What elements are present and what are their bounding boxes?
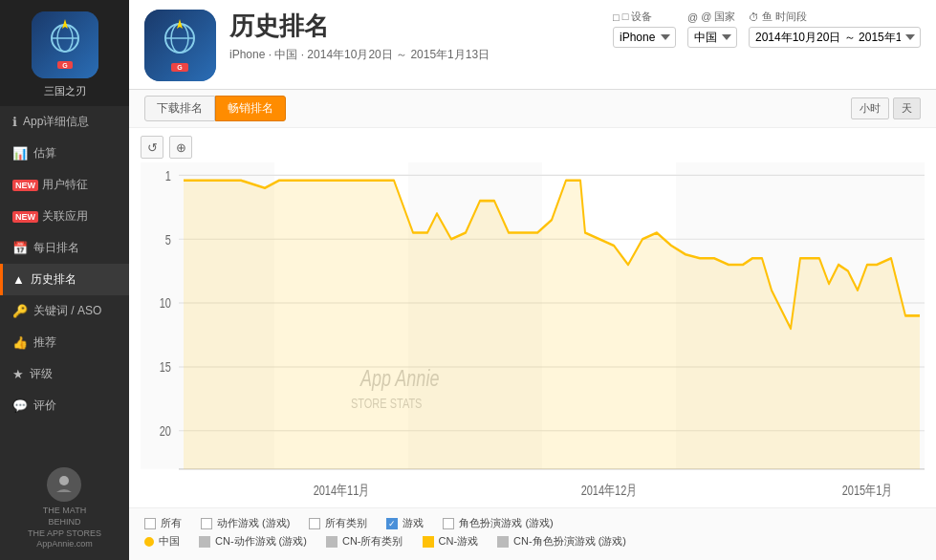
calendar-icon: 📅 (12, 241, 28, 255)
svg-text:G: G (62, 62, 68, 69)
device-control: □ □ 设备 iPhone iPad (613, 10, 676, 48)
sidebar-item-user-feature[interactable]: NEW 用户特征 (0, 169, 129, 201)
chart-toolbar: 下载排名 畅销排名 小时 天 (129, 90, 936, 128)
sidebar-label-estimate: 估算 (33, 145, 56, 162)
chart-wrapper: 1 5 10 15 20 2014年11月 2014年12月 2015年1月 A… (141, 162, 925, 507)
new-badge-2: NEW (12, 211, 38, 223)
sidebar-label-recommend: 推荐 (33, 334, 56, 351)
legend-label-cn-game: CN-游戏 (439, 534, 479, 549)
page-subtitle: iPhone · 中国 · 2014年10月20日 ～ 2015年1月13日 (229, 47, 613, 63)
sidebar-label-app-detail: App详细信息 (23, 114, 89, 130)
legend-label-cn-role: CN-角色扮演游戏 (游戏) (513, 534, 626, 549)
sidebar-app-name: 三国之刃 (44, 84, 86, 98)
device-label: □ □ 设备 (613, 10, 676, 24)
legend-cn-action[interactable]: CN-动作游戏 (游戏) (199, 534, 307, 549)
sidebar-label-keyword: 关键词 / ASO (33, 303, 101, 319)
legend-label-action-game: 动作游戏 (游戏) (217, 516, 290, 530)
sidebar-nav: ℹ App详细信息 📊 估算 NEW 用户特征 NEW 关联应用 📅 每日排名 … (0, 106, 129, 458)
country-label: @ @ 国家 (687, 10, 737, 24)
legend-game[interactable]: ✓ 游戏 (386, 516, 424, 530)
checkbox-role-game (443, 518, 454, 529)
sidebar-item-keyword[interactable]: 🔑 关键词 / ASO (0, 295, 129, 327)
sidebar-app-header: G 三国之刃 (0, 0, 129, 106)
chart-controls: ↺ ⊕ (141, 136, 925, 159)
legend-label-role-game: 角色扮演游戏 (游戏) (459, 516, 553, 530)
svg-text:15: 15 (160, 359, 171, 376)
legend-role-game[interactable]: 角色扮演游戏 (游戏) (443, 516, 553, 530)
checkbox-action-game (201, 518, 212, 529)
globe-icon: @ (687, 11, 698, 23)
legend-action-game[interactable]: 动作游戏 (游戏) (201, 516, 290, 530)
sidebar-label-review: 评价 (33, 398, 56, 414)
device-select[interactable]: iPhone iPad (613, 27, 676, 48)
sidebar-item-estimate[interactable]: 📊 估算 (0, 138, 129, 169)
zoom-btn[interactable]: ⊕ (169, 136, 192, 159)
svg-text:1: 1 (165, 167, 171, 183)
svg-text:2015年1月: 2015年1月 (842, 482, 893, 498)
chart-icon: 📊 (12, 146, 28, 161)
sidebar-label-related-apps: 关联应用 (42, 208, 88, 225)
svg-text:2014年11月: 2014年11月 (314, 482, 370, 498)
legend-label-cn-all-cat: CN-所有类别 (342, 534, 403, 549)
download-rank-tab[interactable]: 下载排名 (144, 96, 215, 121)
footer-logo-circle (47, 467, 81, 502)
sidebar-label-daily-rank: 每日排名 (33, 240, 79, 256)
sidebar-item-review[interactable]: 💬 评价 (0, 390, 129, 421)
new-badge: NEW (12, 180, 38, 191)
info-icon: ℹ (12, 115, 17, 129)
thumb-icon: 👍 (12, 335, 28, 350)
header-info: 历史排名 iPhone · 中国 · 2014年10月20日 ～ 2015年1月… (229, 10, 613, 63)
page-title: 历史排名 (229, 10, 613, 43)
svg-text:20: 20 (160, 423, 171, 440)
box-cn-action (199, 536, 210, 548)
sidebar-item-history-rank[interactable]: ▲ 历史排名 (0, 264, 129, 295)
sidebar-label-rating: 评级 (30, 366, 53, 382)
app-annie-logo: THE MATH BEHIND THE APP STORES AppAnnie.… (28, 467, 101, 550)
day-btn[interactable]: 天 (893, 97, 921, 119)
legend-cn-game[interactable]: CN-游戏 (423, 534, 479, 549)
legend-china[interactable]: 中国 (144, 534, 180, 549)
date-label: ⏱ 鱼 时间段 (749, 10, 921, 24)
svg-text:2014年12月: 2014年12月 (581, 482, 638, 498)
comment-icon: 💬 (12, 398, 28, 413)
up-icon: ▲ (12, 272, 25, 287)
sidebar-item-daily-rank[interactable]: 📅 每日排名 (0, 232, 129, 264)
sidebar-item-recommend[interactable]: 👍 推荐 (0, 327, 129, 358)
legend-label-cn-action: CN-动作游戏 (游戏) (215, 534, 307, 549)
time-buttons: 小时 天 (851, 97, 921, 119)
sidebar: G 三国之刃 ℹ App详细信息 📊 估算 NEW 用户特征 NEW 关联应用 (0, 0, 129, 560)
device-icon: □ (613, 11, 620, 23)
dot-china (144, 537, 154, 547)
legend-label-all: 所有 (161, 516, 182, 530)
date-select[interactable]: 2014年10月20日 ～ 2015年1... (749, 27, 921, 48)
legend-all-category[interactable]: 所有类别 (309, 516, 367, 530)
hour-btn[interactable]: 小时 (851, 97, 889, 119)
sidebar-item-app-detail[interactable]: ℹ App详细信息 (0, 106, 129, 138)
sidebar-label-user-feature: 用户特征 (42, 177, 88, 193)
box-cn-game (423, 536, 434, 548)
page-header: G 历史排名 iPhone · 中国 · 2014年10月20日 ～ 2015年… (129, 0, 936, 90)
legend-row-1: 所有 动作游戏 (游戏) 所有类别 ✓ 游戏 角色扮演游戏 (游戏) (144, 516, 921, 530)
reset-btn[interactable]: ↺ (141, 136, 163, 159)
header-controls: □ □ 设备 iPhone iPad @ @ 国家 中国 美国 (613, 10, 921, 48)
sales-rank-tab[interactable]: 畅销排名 (215, 96, 286, 121)
country-select[interactable]: 中国 美国 日本 (687, 27, 737, 48)
sidebar-footer: THE MATH BEHIND THE APP STORES AppAnnie.… (0, 458, 129, 560)
svg-text:G: G (177, 64, 183, 71)
sidebar-label-history-rank: 历史排名 (31, 271, 76, 288)
clock-icon: ⏱ (749, 11, 759, 23)
legend-cn-all-cat[interactable]: CN-所有类别 (326, 534, 403, 549)
sidebar-item-rating[interactable]: ★ 评级 (0, 358, 129, 390)
svg-text:5: 5 (165, 231, 171, 248)
legend-cn-role[interactable]: CN-角色扮演游戏 (游戏) (497, 534, 626, 549)
checkbox-all (144, 518, 156, 529)
svg-point-7 (59, 476, 69, 485)
box-cn-role (497, 536, 509, 548)
legend-all[interactable]: 所有 (144, 516, 182, 530)
sidebar-item-related-apps[interactable]: NEW 关联应用 (0, 201, 129, 232)
star-icon: ★ (12, 367, 24, 381)
date-control: ⏱ 鱼 时间段 2014年10月20日 ～ 2015年1... (749, 10, 921, 48)
checkbox-game: ✓ (386, 518, 398, 529)
footer-text: THE MATH BEHIND THE APP STORES AppAnnie.… (28, 506, 101, 550)
key-icon: 🔑 (12, 304, 28, 318)
